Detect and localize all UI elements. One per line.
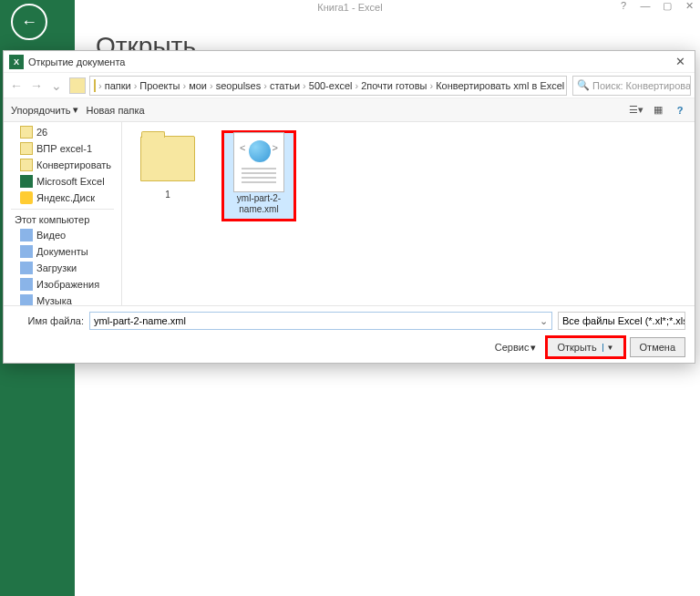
file-item-xml[interactable]: <> yml-part-2-name.xml [222,131,295,221]
dialog-footer: Имя файла: yml-part-2-name.xml ⌄ Все фай… [4,305,695,363]
file-list[interactable]: 1 <> yml-part-2-name.xml [122,122,695,305]
back-button[interactable]: ← [11,4,47,40]
dialog-titlebar: X Открытие документа ✕ [4,51,695,73]
view-mode-button[interactable]: ☰▾ [629,103,643,118]
dialog-nav-row: ← → ⌄ › папки › Проекты › мои › seopulse… [4,73,695,98]
nav-forward-button[interactable]: → [27,77,46,95]
dialog-toolbar: Упорядочить▾ Новая папка ☰▾ ▦ ? [4,98,695,122]
breadcrumb-segment[interactable]: 2почти готовы [361,80,427,91]
breadcrumb-segment[interactable]: папки [105,80,131,91]
filename-label: Имя файла: [13,315,84,326]
folder-icon [20,278,33,291]
preview-pane-button[interactable]: ▦ [651,103,665,118]
minimize-icon[interactable]: — [639,0,652,12]
folder-icon [140,136,195,181]
tree-item[interactable]: 26 [4,124,121,140]
dialog-title: Открытие документа [28,57,671,67]
tree-item-this-pc[interactable]: Этот компьютер [4,212,121,227]
excel-app-title: Книга1 - Excel [0,2,700,13]
folder-icon [20,159,33,171]
open-file-dialog: X Открытие документа ✕ ← → ⌄ › папки › П… [3,50,695,364]
tree-item-downloads[interactable]: Загрузки [4,260,121,276]
folder-icon [20,126,33,139]
cancel-button[interactable]: Отмена [630,337,685,357]
dialog-close-button[interactable]: ✕ [671,55,689,68]
xml-file-icon: <> [233,132,284,192]
breadcrumb-segment[interactable]: Проекты [139,80,180,91]
tree-item-music[interactable]: Музыка [4,293,121,305]
organize-button[interactable]: Упорядочить▾ [11,104,78,116]
file-name: 1 [131,190,204,200]
breadcrumb-bar[interactable]: › папки › Проекты › мои › seopulses › ст… [89,76,567,96]
tree-item-pictures[interactable]: Изображения [4,276,121,293]
nav-up-button[interactable] [69,77,86,94]
breadcrumb-segment[interactable]: мои [189,80,207,91]
dialog-body: 26 ВПР excel-1 Конвертировать Microsoft … [4,122,695,305]
maximize-icon[interactable]: ▢ [661,0,674,12]
chevron-down-icon[interactable]: ⌄ [540,315,548,327]
folder-icon [20,262,33,274]
help-button[interactable]: ? [673,103,687,118]
breadcrumb-segment[interactable]: 500-excel [309,80,353,91]
tree-item[interactable]: Конвертировать [4,157,121,173]
folder-icon [94,79,96,92]
filename-input[interactable]: yml-part-2-name.xml ⌄ [89,312,552,330]
yandex-disk-icon [20,191,33,204]
tree-item-excel[interactable]: Microsoft Excel [4,173,121,190]
open-split-dropdown[interactable]: ▼ [602,344,614,352]
open-button[interactable]: Открыть ▼ [547,337,623,357]
close-icon[interactable]: ✕ [683,0,695,12]
search-icon: 🔍 [577,79,590,91]
folder-icon [20,294,33,305]
tree-item[interactable]: ВПР excel-1 [4,140,121,157]
folder-icon [20,142,33,155]
new-folder-button[interactable]: Новая папка [86,105,144,116]
nav-back-button[interactable]: ← [7,77,26,95]
tools-menu[interactable]: Сервис▾ [495,342,537,354]
tree-item-videos[interactable]: Видео [4,227,121,243]
breadcrumb-segment[interactable]: статьи [270,80,300,91]
breadcrumb-segment[interactable]: Конвертировать xml в Excel [436,80,564,91]
excel-window-controls: ? — ▢ ✕ [617,0,695,12]
search-placeholder: Поиск: Конвертировать xml … [592,80,691,91]
folder-icon [20,245,33,258]
folder-icon [20,229,33,241]
breadcrumb-segment[interactable]: seopulses [216,80,262,91]
file-item-folder[interactable]: 1 [131,131,204,200]
navigation-tree: 26 ВПР excel-1 Конвертировать Microsoft … [4,122,122,305]
search-input[interactable]: 🔍 Поиск: Конвертировать xml … [572,76,691,96]
nav-recent-button[interactable]: ⌄ [47,77,66,95]
help-icon[interactable]: ? [617,0,630,12]
tree-item-documents[interactable]: Документы [4,243,121,260]
tree-item-yandex-disk[interactable]: Яндекс.Диск [4,190,121,206]
excel-icon: X [9,55,24,69]
file-name: yml-part-2-name.xml [222,193,295,215]
separator [11,209,114,210]
excel-icon [20,175,33,188]
file-type-filter[interactable]: Все файлы Excel (*.xl*;*.xlsx;*.› ⌄ [558,312,685,330]
